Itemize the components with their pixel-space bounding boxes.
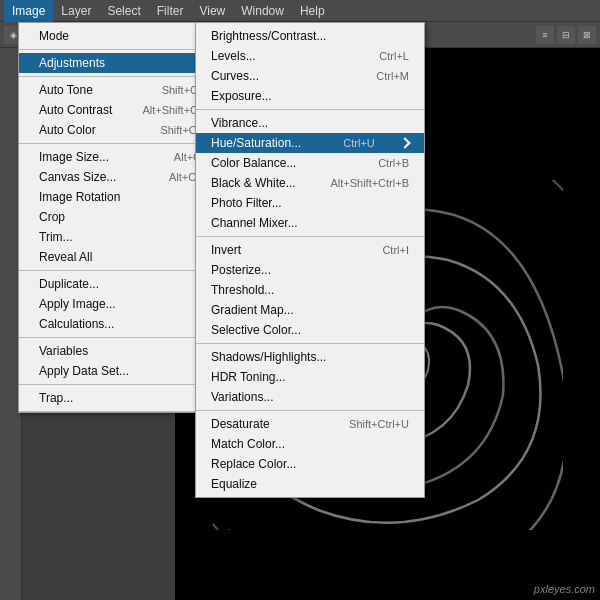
menu-filter[interactable]: Filter bbox=[149, 0, 192, 22]
divider-2 bbox=[196, 236, 424, 237]
submenu-replace-color[interactable]: Replace Color... bbox=[196, 454, 424, 474]
menu-select[interactable]: Select bbox=[99, 0, 148, 22]
submenu-levels[interactable]: Levels... Ctrl+L bbox=[196, 46, 424, 66]
submenu-black-white[interactable]: Black & White... Alt+Shift+Ctrl+B bbox=[196, 173, 424, 193]
submenu-invert[interactable]: Invert Ctrl+I bbox=[196, 240, 424, 260]
submenu-match-color[interactable]: Match Color... bbox=[196, 434, 424, 454]
submenu-threshold[interactable]: Threshold... bbox=[196, 280, 424, 300]
submenu-shadows-highlights[interactable]: Shadows/Highlights... bbox=[196, 347, 424, 367]
menu-window[interactable]: Window bbox=[233, 0, 292, 22]
divider-3 bbox=[196, 343, 424, 344]
submenu-photo-filter[interactable]: Photo Filter... bbox=[196, 193, 424, 213]
menu-bar: Image Layer Select Filter View Window He… bbox=[0, 0, 600, 22]
watermark: pxleyes.com bbox=[534, 583, 595, 595]
option-icon-3: ⊠ bbox=[578, 26, 596, 44]
divider-4 bbox=[196, 410, 424, 411]
submenu-equalize[interactable]: Equalize bbox=[196, 474, 424, 494]
menu-image[interactable]: Image bbox=[4, 0, 53, 22]
submenu-color-balance[interactable]: Color Balance... Ctrl+B bbox=[196, 153, 424, 173]
submenu-curves[interactable]: Curves... Ctrl+M bbox=[196, 66, 424, 86]
submenu-desaturate[interactable]: Desaturate Shift+Ctrl+U bbox=[196, 414, 424, 434]
submenu-channel-mixer[interactable]: Channel Mixer... bbox=[196, 213, 424, 233]
submenu-hdr-toning[interactable]: HDR Toning... bbox=[196, 367, 424, 387]
adjustments-submenu: Brightness/Contrast... Levels... Ctrl+L … bbox=[195, 22, 425, 498]
submenu-exposure[interactable]: Exposure... bbox=[196, 86, 424, 106]
cursor-pointer-icon bbox=[399, 137, 410, 148]
submenu-gradient-map[interactable]: Gradient Map... bbox=[196, 300, 424, 320]
submenu-posterize[interactable]: Posterize... bbox=[196, 260, 424, 280]
submenu-variations[interactable]: Variations... bbox=[196, 387, 424, 407]
submenu-hue-saturation[interactable]: Hue/Saturation... Ctrl+U bbox=[196, 133, 424, 153]
divider-1 bbox=[196, 109, 424, 110]
menu-layer[interactable]: Layer bbox=[53, 0, 99, 22]
submenu-vibrance[interactable]: Vibrance... bbox=[196, 113, 424, 133]
menu-view[interactable]: View bbox=[191, 0, 233, 22]
option-icon-1: ≡ bbox=[536, 26, 554, 44]
menu-help[interactable]: Help bbox=[292, 0, 333, 22]
right-options: ≡ ⊟ ⊠ bbox=[536, 26, 596, 44]
option-icon-2: ⊟ bbox=[557, 26, 575, 44]
submenu-brightness[interactable]: Brightness/Contrast... bbox=[196, 26, 424, 46]
submenu-selective-color[interactable]: Selective Color... bbox=[196, 320, 424, 340]
